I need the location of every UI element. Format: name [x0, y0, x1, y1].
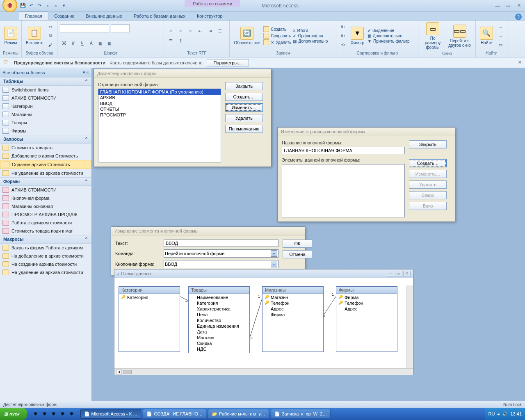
- sort-desc-icon[interactable]: A↑: [339, 32, 347, 40]
- indent-decrease-icon[interactable]: ⇤: [196, 27, 204, 35]
- taskbar-item[interactable]: 📄 СОЗДАНИЕ ГЛАВНО…: [143, 409, 206, 419]
- align-right-icon[interactable]: ≡: [186, 27, 194, 35]
- nav-table-item[interactable]: Фирмы: [0, 127, 91, 135]
- list-item[interactable]: ПРОСМОТР: [98, 112, 221, 118]
- nav-query-item[interactable]: Стоимость товараъ: [0, 144, 91, 152]
- nav-table-item[interactable]: АРХИВ СТОИМОСТИ: [0, 94, 91, 102]
- schema-table[interactable]: Магазины Магазин Телефон Адрес Фирма: [262, 286, 324, 352]
- nav-group-macros[interactable]: Макросы⌃: [0, 235, 91, 244]
- switch-window-button[interactable]: ▭▭Перейти в другое окно: [446, 24, 473, 48]
- paintbrush-icon[interactable]: 🖌: [46, 41, 55, 49]
- qat-icon[interactable]: ▫: [52, 2, 59, 9]
- delete-record-button[interactable]: ✕ Удалить: [263, 39, 291, 45]
- align-center-icon[interactable]: ≡: [176, 27, 185, 35]
- delete-button[interactable]: Удалить: [409, 180, 447, 189]
- security-close-icon[interactable]: ✕: [518, 60, 522, 65]
- advanced-filter-button[interactable]: ▦ Дополнительно: [368, 34, 410, 38]
- clock[interactable]: 13:41: [510, 411, 522, 416]
- close-button[interactable]: Закрыть: [409, 140, 447, 148]
- quicklaunch-icon[interactable]: ◉: [34, 411, 40, 417]
- totals-button[interactable]: Σ Итоги: [293, 28, 328, 33]
- nav-form-item[interactable]: Магазины основная: [0, 202, 91, 210]
- schema-table[interactable]: Товары Наименование Категория Характерис…: [188, 286, 250, 353]
- scrollbar-horizontal[interactable]: ◂: [114, 368, 413, 375]
- pages-listbox[interactable]: ГЛАВНАЯ КНОПОЧНАЯ ФОРМА (По умолчанию) А…: [98, 89, 221, 162]
- delete-button[interactable]: Удалить: [225, 114, 263, 122]
- edit-button[interactable]: Изменить…: [409, 170, 447, 178]
- more-button[interactable]: ▦ Дополнительно: [293, 39, 328, 43]
- nav-macro-item[interactable]: На добавление в архив стоимости: [0, 252, 91, 260]
- command-combobox[interactable]: Перейти к кнопочной форме▾: [164, 249, 278, 258]
- gridlines-icon[interactable]: ▦: [105, 39, 113, 48]
- numbering-icon[interactable]: ☰: [167, 37, 175, 45]
- edit-button[interactable]: Изменить…: [225, 103, 263, 112]
- nav-table-item[interactable]: Товары: [0, 119, 91, 127]
- qat-icon[interactable]: ▫: [44, 2, 51, 9]
- maximize-icon[interactable]: ▭: [395, 271, 402, 276]
- paste-button[interactable]: 📋Вставить: [24, 26, 45, 46]
- tab-create[interactable]: Создание: [48, 12, 80, 20]
- schema-table[interactable]: Категории Категория: [119, 286, 180, 352]
- filter-button[interactable]: ▼Фильтр: [349, 26, 366, 46]
- refresh-button[interactable]: 🔄Обновить все: [232, 26, 262, 46]
- quicklaunch-icon[interactable]: ◉: [52, 411, 58, 417]
- language-indicator[interactable]: RU: [488, 411, 495, 416]
- cut-icon[interactable]: ✂: [46, 23, 55, 31]
- undo-icon[interactable]: ↶: [28, 2, 34, 9]
- page-name-input[interactable]: [282, 147, 405, 154]
- fit-form-button[interactable]: ▭По размеру формы: [421, 21, 444, 50]
- tab-design[interactable]: Конструктор: [191, 12, 228, 20]
- view-button[interactable]: 📄Режим: [2, 26, 19, 46]
- nav-query-item[interactable]: Содание архива Стоимость: [0, 160, 91, 169]
- taskbar-item[interactable]: 📄 Записка_к_пр_W_2…: [271, 409, 331, 419]
- new-button[interactable]: Создать…: [225, 93, 263, 101]
- new-button[interactable]: Создать…: [409, 159, 447, 167]
- cancel-button[interactable]: Отмена: [283, 250, 312, 258]
- office-button[interactable]: ◉: [2, 0, 17, 12]
- tab-database[interactable]: Работа с базами данных: [128, 12, 191, 20]
- quicklaunch-icon[interactable]: ◉: [70, 411, 76, 417]
- list-item[interactable]: ГЛАВНАЯ КНОПОЧНАЯ ФОРМА (По умолчанию): [98, 89, 221, 95]
- toggle-filter-button[interactable]: ▼ Применить фильтр: [368, 39, 410, 43]
- tray-icon[interactable]: ◂: [497, 411, 500, 417]
- nav-macro-item[interactable]: На создание архива стоимости: [0, 260, 91, 268]
- start-button[interactable]: ⊞пуск: [0, 408, 27, 420]
- nav-form-item[interactable]: АРХИВ СТОИМОСТИ: [0, 186, 91, 194]
- list-item[interactable]: ВВОД: [98, 100, 221, 106]
- underline-icon[interactable]: Ч: [78, 39, 86, 48]
- nav-query-item[interactable]: Добавление в архив Стоимость: [0, 152, 91, 160]
- find-button[interactable]: 🔍Найти: [478, 26, 495, 46]
- nav-form-item[interactable]: ПРОСМОТР АРХИВА ПРОДАЖ: [0, 210, 91, 219]
- list-item[interactable]: АРХИВ: [98, 95, 221, 100]
- qat-dropdown-icon[interactable]: ▾: [61, 2, 67, 9]
- nav-macro-item[interactable]: Закрыть форму Работа с архивом: [0, 244, 91, 252]
- goto-icon[interactable]: →: [496, 32, 504, 40]
- minimize-icon[interactable]: —: [493, 2, 502, 9]
- nav-form-item[interactable]: Работа с архивом стоимости: [0, 219, 91, 227]
- chevron-down-icon[interactable]: ▾ «: [83, 70, 89, 75]
- nav-group-queries[interactable]: Запросы⌃: [0, 135, 91, 144]
- nav-header[interactable]: Все объекты Access ▾ «: [0, 68, 91, 77]
- tab-external[interactable]: Внешние данные: [80, 12, 128, 20]
- save-icon[interactable]: 💾: [20, 2, 26, 9]
- close-icon[interactable]: ✕: [514, 2, 523, 9]
- scrollbar-vertical[interactable]: [406, 285, 413, 368]
- close-button[interactable]: Закрыть: [225, 82, 263, 90]
- fill-color-icon[interactable]: ▦: [96, 39, 104, 48]
- nav-form-item[interactable]: Стоимость товара подч к маг: [0, 227, 91, 235]
- text-input[interactable]: [164, 240, 278, 247]
- indent-increase-icon[interactable]: ⇥: [206, 27, 214, 35]
- font-family-dropdown[interactable]: [60, 24, 109, 32]
- align-left-icon[interactable]: ≡: [167, 27, 175, 35]
- form-combobox[interactable]: ВВОД▾: [164, 260, 278, 268]
- nav-group-forms[interactable]: Формы⌃: [0, 177, 91, 186]
- new-record-button[interactable]: Создать: [263, 26, 291, 32]
- schema-canvas[interactable]: 1∞ 1∞ 1∞ Категории Категория Товары Наим…: [114, 278, 413, 368]
- security-options-button[interactable]: Параметры…: [207, 59, 249, 66]
- nav-macro-item[interactable]: На удаление из архива стоимости: [0, 268, 91, 276]
- tray-icon[interactable]: 🔊: [502, 411, 508, 417]
- close-icon[interactable]: ✕: [403, 271, 411, 276]
- font-size-dropdown[interactable]: [111, 24, 130, 32]
- nav-table-item[interactable]: Категории: [0, 102, 91, 110]
- nav-query-item[interactable]: На удаление из архива стоимости: [0, 169, 91, 177]
